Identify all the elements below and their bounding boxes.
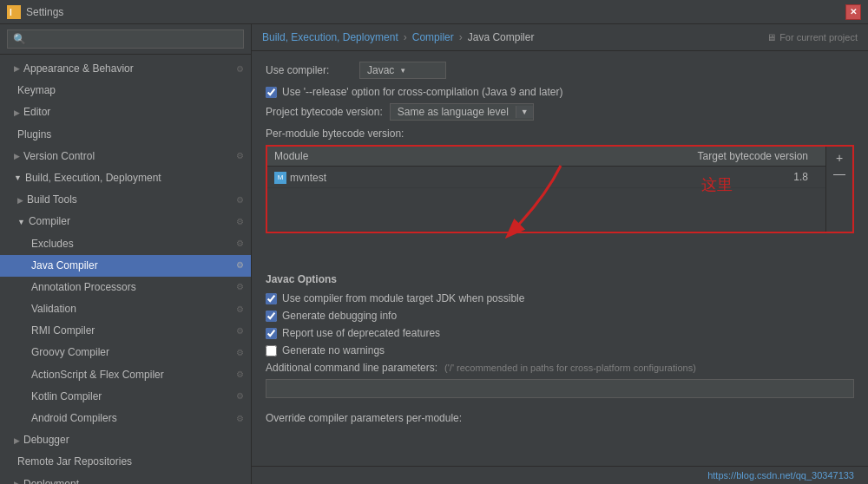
option-checkbox-3[interactable]	[266, 345, 277, 356]
col-header-module: Module	[267, 147, 450, 167]
annotation-text: 这里	[701, 174, 733, 195]
annotation-container: 这里	[266, 244, 854, 270]
sidebar-item-remote-jar[interactable]: Remote Jar Repositories	[0, 451, 251, 473]
search-input[interactable]	[7, 29, 244, 49]
compiler-value: Javac	[367, 64, 394, 76]
sidebar-item-editor[interactable]: ▶ Editor	[0, 101, 251, 123]
add-row-button[interactable]: +	[830, 150, 849, 166]
gear-icon-excludes: ⚙	[236, 237, 244, 251]
sidebar-label-remote-jar: Remote Jar Repositories	[17, 454, 132, 470]
option-label-3: Generate no warnings	[282, 344, 385, 356]
gear-icon-java-compiler: ⚙	[236, 258, 244, 272]
option-row-1: Generate debugging info	[266, 310, 854, 322]
sidebar-item-groovy[interactable]: Groovy Compiler ⚙	[0, 342, 251, 363]
sidebar-item-deployment[interactable]: ▶ Deployment	[0, 474, 251, 484]
expand-arrow-editor: ▶	[14, 107, 20, 119]
sidebar-item-rmi[interactable]: RMI Compiler ⚙	[0, 320, 251, 342]
dropdown-arrow-icon: ▼	[399, 67, 406, 75]
additional-params-input[interactable]	[266, 379, 854, 398]
gear-icon-android: ⚙	[236, 412, 244, 426]
sidebar-item-java-compiler[interactable]: Java Compiler ⚙	[0, 255, 251, 277]
option-row-2: Report use of deprecated features	[266, 327, 854, 339]
sidebar-item-android[interactable]: Android Compilers ⚙	[0, 408, 251, 429]
breadcrumb-sep1: ›	[404, 31, 407, 43]
expand-arrow-compiler: ▼	[17, 216, 25, 228]
breadcrumb-sep2: ›	[459, 31, 463, 43]
sidebar-item-compiler[interactable]: ▼ Compiler ⚙	[0, 211, 251, 232]
sidebar-label-plugins: Plugins	[17, 127, 51, 143]
sidebar-item-validation[interactable]: Validation ⚙	[0, 298, 251, 320]
bytecode-version-row: Project bytecode version: Same as langua…	[266, 103, 854, 121]
compiler-dropdown[interactable]: Javac ▼	[359, 62, 446, 79]
sidebar-label-keymap: Keymap	[17, 82, 56, 99]
gear-icon-rmi: ⚙	[236, 324, 244, 338]
sidebar-label-vc: Version Control	[23, 148, 95, 165]
sidebar-item-actionscript[interactable]: ActionScript & Flex Compiler ⚙	[0, 364, 251, 386]
sidebar: ▶ Appearance & Behavior ⚙ Keymap ▶ Edito…	[0, 24, 252, 484]
module-name: mvntest	[290, 172, 326, 184]
bytecode-version-arrow-icon[interactable]: ▼	[516, 106, 533, 118]
option-label-2: Report use of deprecated features	[282, 327, 440, 339]
search-box	[0, 24, 251, 55]
additional-params-label: Additional command line parameters:	[266, 362, 437, 374]
sidebar-item-build[interactable]: ▼ Build, Execution, Deployment	[0, 167, 251, 189]
expand-arrow-build: ▼	[14, 172, 22, 184]
option-checkbox-2[interactable]	[266, 328, 277, 339]
app-icon: I	[7, 5, 21, 19]
breadcrumb-build[interactable]: Build, Execution, Deployment	[262, 31, 398, 43]
additional-params-hint: ('/' recommended in paths for cross-plat…	[444, 363, 696, 373]
gear-icon-buildtools: ⚙	[236, 193, 244, 207]
expand-arrow-appearance: ▶	[14, 62, 20, 75]
sidebar-item-keymap[interactable]: Keymap	[0, 80, 251, 101]
breadcrumb: Build, Execution, Deployment › Compiler …	[252, 24, 868, 51]
gear-icon-actionscript: ⚙	[236, 368, 244, 382]
main-container: ▶ Appearance & Behavior ⚙ Keymap ▶ Edito…	[0, 24, 868, 484]
additional-params-row: Additional command line parameters: ('/'…	[266, 362, 854, 405]
bytecode-version-dropdown[interactable]: Same as language level ▼	[390, 103, 534, 121]
sidebar-item-annotation[interactable]: Annotation Processors ⚙	[0, 277, 251, 298]
breadcrumb-java-compiler: Java Compiler	[468, 31, 535, 43]
sidebar-label-build-tools: Build Tools	[27, 192, 77, 208]
remove-row-button[interactable]: —	[830, 166, 849, 181]
sidebar-item-debugger[interactable]: ▶ Debugger	[0, 429, 251, 451]
override-label: Override compiler parameters per-module:	[266, 412, 854, 424]
svg-text:I: I	[10, 8, 12, 17]
sidebar-label-excludes: Excludes	[31, 236, 74, 252]
module-icon: M	[274, 172, 286, 184]
gear-icon-vc: ⚙	[236, 149, 244, 163]
option-checkbox-0[interactable]	[266, 293, 277, 304]
option-label-1: Generate debugging info	[282, 310, 397, 322]
sidebar-label-debugger: Debugger	[23, 432, 69, 448]
content-body: Use compiler: Javac ▼ Use '--release' op…	[252, 51, 868, 466]
additional-params-header: Additional command line parameters: ('/'…	[266, 362, 696, 374]
expand-arrow-vc: ▶	[14, 150, 20, 162]
sidebar-item-kotlin[interactable]: Kotlin Compiler ⚙	[0, 386, 251, 408]
title-bar: I Settings ✕	[0, 0, 868, 24]
gear-icon-validation: ⚙	[236, 303, 244, 317]
cross-compile-row: Use '--release' option for cross-compila…	[266, 86, 854, 98]
sidebar-item-plugins[interactable]: Plugins	[0, 124, 251, 146]
cross-compile-label: Use '--release' option for cross-compila…	[282, 86, 562, 98]
sidebar-label-groovy: Groovy Compiler	[31, 344, 109, 361]
sidebar-item-build-tools[interactable]: ▶ Build Tools ⚙	[0, 189, 251, 211]
red-arrow-svg	[439, 157, 613, 261]
cross-compile-checkbox[interactable]	[266, 87, 277, 98]
per-module-label: Per-module bytecode version:	[266, 128, 854, 140]
sidebar-item-excludes[interactable]: Excludes ⚙	[0, 233, 251, 255]
use-compiler-row: Use compiler: Javac ▼	[266, 62, 854, 79]
sidebar-item-appearance[interactable]: ▶ Appearance & Behavior ⚙	[0, 58, 251, 80]
breadcrumb-hint: 🖥 For current project	[766, 32, 858, 43]
sidebar-label-annotation: Annotation Processors	[31, 279, 136, 296]
breadcrumb-hint-text: For current project	[779, 32, 858, 43]
breadcrumb-path: Build, Execution, Deployment › Compiler …	[262, 31, 534, 43]
close-button[interactable]: ✕	[845, 4, 861, 20]
expand-arrow-deployment: ▶	[14, 478, 20, 484]
javac-options-title: Javac Options	[266, 273, 854, 285]
gear-icon-appearance: ⚙	[236, 62, 244, 76]
sidebar-label-deployment: Deployment	[23, 476, 79, 484]
option-row-3: Generate no warnings	[266, 344, 854, 356]
breadcrumb-compiler[interactable]: Compiler	[412, 31, 454, 43]
blog-url: https://blog.csdn.net/qq_30347133	[707, 470, 854, 481]
sidebar-item-version-control[interactable]: ▶ Version Control ⚙	[0, 146, 251, 167]
option-checkbox-1[interactable]	[266, 311, 277, 322]
